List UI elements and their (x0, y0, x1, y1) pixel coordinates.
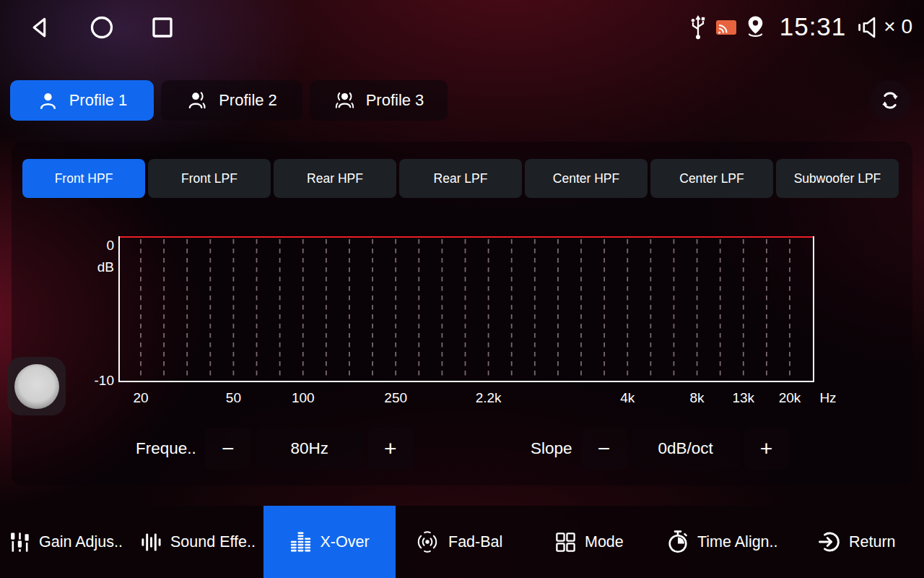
equalizer-icon (289, 531, 312, 553)
frequency-plus-button[interactable]: + (368, 428, 413, 470)
recents-button[interactable] (150, 15, 175, 40)
fader-balance-icon (414, 530, 440, 553)
bottom-nav: Gain Adjus.. Sound Effe.. X-Over Fad-Bal (0, 506, 924, 578)
profile-label: Profile 1 (69, 91, 128, 110)
tab-center-lpf[interactable]: Center LPF (650, 159, 773, 198)
frequency-value: 80Hz (256, 428, 364, 470)
nav-fad-bal[interactable]: Fad-Bal (414, 506, 502, 578)
crossover-chart: 0 dB -10 20501002502.2k4k8k13k20k Hz (90, 230, 855, 410)
x-tick-label: 250 (384, 390, 407, 405)
y-axis-label: dB (97, 259, 114, 275)
x-tick-label: 100 (292, 390, 315, 405)
profile-1-button[interactable]: Profile 1 (10, 80, 154, 121)
chart-area: 0 dB -10 20501002502.2k4k8k13k20k Hz (90, 230, 855, 410)
knob-ball-icon (14, 364, 59, 409)
frequency-minus-button[interactable]: − (205, 428, 251, 470)
tab-subwoofer-lpf[interactable]: Subwoofer LPF (776, 159, 899, 198)
location-icon (744, 15, 767, 40)
volume-level: × 0 (884, 15, 912, 38)
x-tick-label: 2.2k (476, 390, 502, 405)
cast-icon (715, 19, 737, 36)
x-tick-label: 20k (779, 390, 801, 405)
tab-center-hpf[interactable]: Center HPF (525, 159, 648, 198)
back-icon (30, 15, 53, 40)
nav-label: Fad-Bal (448, 533, 502, 551)
refresh-button[interactable] (870, 80, 910, 121)
x-tick-label: 13k (732, 390, 754, 405)
gain-sliders-icon (9, 531, 31, 553)
slope-value: 0dB/oct (632, 428, 740, 470)
tab-rear-lpf[interactable]: Rear LPF (399, 159, 522, 198)
nav-label: Return (849, 533, 896, 551)
nav-mode[interactable]: Mode (554, 506, 624, 578)
sync-icon (879, 89, 902, 112)
person-icon (37, 90, 59, 112)
nav-sound-effect[interactable]: Sound Effe.. (140, 506, 256, 578)
floating-assist-button[interactable] (7, 357, 66, 415)
frequency-label: Freque.. (136, 439, 196, 458)
recents-icon (150, 15, 175, 40)
tab-front-hpf[interactable]: Front HPF (22, 159, 145, 198)
nav-x-over[interactable]: X-Over (263, 506, 396, 578)
x-unit-label: Hz (819, 390, 836, 405)
system-nav (0, 15, 175, 40)
frequency-control: Freque.. − 80Hz + (136, 428, 413, 470)
home-button[interactable] (90, 15, 114, 40)
home-icon (90, 15, 114, 40)
crossover-panel: Front HPF Front LPF Rear HPF Rear LPF Ce… (12, 142, 912, 486)
y-tick-0: 0 (106, 238, 114, 253)
profile-3-button[interactable]: Profile 3 (310, 80, 448, 121)
status-icons: 15:31 × 0 (688, 0, 912, 55)
nav-label: Mode (585, 533, 624, 551)
x-tick-label: 8k (690, 390, 705, 405)
tab-front-lpf[interactable]: Front LPF (148, 159, 271, 198)
slope-minus-button[interactable]: − (581, 428, 627, 470)
clock: 15:31 (780, 12, 847, 41)
stopwatch-icon (666, 530, 689, 554)
usb-icon (688, 14, 708, 40)
nav-label: X-Over (320, 533, 369, 551)
mode-grid-icon (554, 531, 577, 553)
profile-2-button[interactable]: Profile 2 (161, 80, 302, 121)
filter-tabs: Front HPF Front LPF Rear HPF Rear LPF Ce… (22, 159, 899, 198)
nav-label: Gain Adjus.. (39, 533, 123, 551)
x-tick-label: 50 (226, 390, 241, 405)
profile-row: Profile 1 Profile 2 Profile 3 (10, 80, 448, 121)
profile-label: Profile 3 (366, 91, 424, 110)
x-tick-label: 4k (620, 390, 635, 405)
nav-label: Time Align.. (697, 533, 778, 551)
person-sound-icon (186, 90, 209, 112)
status-bar: 15:31 × 0 (0, 0, 924, 55)
x-tick-label: 20 (133, 390, 148, 405)
sound-wave-icon (140, 531, 162, 553)
profile-label: Profile 2 (219, 91, 277, 110)
person-group-icon (334, 90, 356, 112)
slope-control: Slope − 0dB/oct + (531, 428, 789, 470)
slope-plus-button[interactable]: + (744, 428, 789, 470)
muted-volume-icon[interactable] (858, 14, 876, 40)
slope-label: Slope (531, 439, 572, 458)
nav-return[interactable]: Return (818, 506, 896, 578)
back-button[interactable] (29, 15, 53, 40)
tab-rear-hpf[interactable]: Rear HPF (274, 159, 396, 198)
nav-gain-adjust[interactable]: Gain Adjus.. (9, 506, 123, 578)
return-arrow-icon (818, 530, 841, 553)
y-tick-minus10: -10 (95, 373, 114, 388)
nav-label: Sound Effe.. (170, 533, 256, 551)
nav-time-align[interactable]: Time Align.. (666, 506, 778, 578)
